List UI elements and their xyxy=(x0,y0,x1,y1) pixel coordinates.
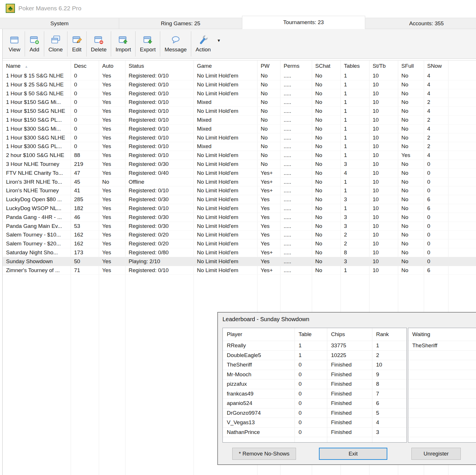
cell: 162 xyxy=(71,239,99,248)
column-header-schat[interactable]: SChat xyxy=(312,61,340,71)
tournament-row[interactable]: 1 Hour $300 S&G Mi...0YesRegistered: 0/1… xyxy=(3,125,476,133)
cell: Yes xyxy=(99,142,125,151)
cell: No xyxy=(312,230,340,239)
lb-column-header-player[interactable]: Player xyxy=(223,328,295,341)
leaderboard-row[interactable]: RReally1337751 xyxy=(223,341,407,351)
column-header-desc[interactable]: Desc xyxy=(71,61,99,71)
column-header-game[interactable]: Game xyxy=(194,61,257,71)
cell: No xyxy=(398,266,424,275)
tournament-row[interactable]: Panda Gang Main Ev...53YesRegistered: 0/… xyxy=(3,222,476,231)
cell: 0 xyxy=(295,389,327,399)
cell: ..... xyxy=(280,98,312,107)
cell: Registered: 0/10 xyxy=(125,186,194,195)
column-header-snow[interactable]: SNow xyxy=(424,61,448,71)
cell: 0 xyxy=(71,116,99,125)
tournament-row[interactable]: LuckyDog Open $80 ...285YesRegistered: 0… xyxy=(3,195,476,204)
tournament-row[interactable]: 3 Hour NLHE Tourney219YesRegistered: 0/3… xyxy=(3,160,476,169)
tournament-row[interactable]: 1 Hour $ 50 S&G NLHE0YesRegistered: 0/10… xyxy=(3,89,476,98)
leaderboard-row[interactable]: Mr-Mooch0Finished9 xyxy=(223,370,407,380)
column-header-st-tb[interactable]: St/Tb xyxy=(369,61,398,71)
edit-button[interactable]: Edit xyxy=(67,31,86,57)
tournament-row[interactable]: Zimner's Tourney of ...71YesRegistered: … xyxy=(3,266,476,275)
leaderboard-row[interactable]: frankcas490Finished7 xyxy=(223,389,407,399)
clone-button[interactable]: Clone xyxy=(44,31,67,57)
import-icon xyxy=(118,35,128,45)
lb-column-header-rank[interactable]: Rank xyxy=(372,328,407,341)
remove-no-shows-button[interactable]: * Remove No-Shows xyxy=(232,448,296,460)
tournament-row[interactable]: 1 Hour $150 S&G Mi...0YesRegistered: 0/1… xyxy=(3,98,476,107)
view-label: View xyxy=(9,46,20,53)
cell: Sunday Showdown xyxy=(3,257,71,266)
waiting-row-empty xyxy=(408,360,476,370)
tournament-row[interactable]: 2 hour $100 S&G NLHE88YesRegistered: 0/1… xyxy=(3,151,476,160)
message-button[interactable]: Message xyxy=(160,31,191,57)
tournament-row[interactable]: Sunday Showdown50YesPlaying: 2/10No Limi… xyxy=(3,257,476,266)
cell: Yes xyxy=(99,257,125,266)
cell: Finished xyxy=(327,428,372,437)
view-button[interactable]: View xyxy=(4,31,25,57)
leaderboard-row[interactable]: V_Vegas130Finished4 xyxy=(223,418,407,428)
tournament-row[interactable]: Liron's NLHE Tourney41YesRegistered: 0/1… xyxy=(3,186,476,195)
cell: ..... xyxy=(280,222,312,231)
tab-ring-games-25[interactable]: Ring Games: 25 xyxy=(119,18,242,29)
message-label: Message xyxy=(165,46,187,53)
leaderboard-row[interactable]: pizzafux0Finished8 xyxy=(223,379,407,389)
lb-column-header-chips[interactable]: Chips xyxy=(327,328,372,341)
cell: Yes+ xyxy=(257,248,280,257)
cell: 1 Hour $300 S&G Mi... xyxy=(3,125,71,133)
column-header-pw[interactable]: PW xyxy=(257,61,280,71)
column-header-perms[interactable]: Perms xyxy=(280,61,312,71)
tournament-row[interactable]: LuckyDog WSOP NL...182YesRegistered: 0/1… xyxy=(3,204,476,213)
cell: Salem Tourney - $10... xyxy=(3,230,71,239)
tournament-row[interactable]: 1 Hour $ 15 S&G NLHE0YesRegistered: 0/10… xyxy=(3,71,476,80)
waiting-row[interactable]: TheSheriff xyxy=(408,341,476,351)
unregister-button[interactable]: Unregister xyxy=(411,448,461,460)
exit-button[interactable]: Exit xyxy=(319,448,387,460)
tournament-row[interactable]: Liron's 3HR NLHE To...45NoOfflineNo Limi… xyxy=(3,178,476,187)
cell: 2 xyxy=(372,351,407,360)
leaderboard-row[interactable]: DrGonzo99740Finished5 xyxy=(223,408,407,418)
column-header-tables[interactable]: Tables xyxy=(340,61,369,71)
cell: 1 xyxy=(340,98,369,107)
cell: 1 xyxy=(295,351,327,360)
tab-accounts-355[interactable]: Accounts: 355 xyxy=(365,18,476,29)
cell: Yes xyxy=(99,204,125,213)
cell: Yes xyxy=(99,125,125,133)
export-button[interactable]: Export xyxy=(136,31,160,57)
tournament-row[interactable]: Panda Gang - 4HR - ...46YesRegistered: 0… xyxy=(3,213,476,222)
tournament-row[interactable]: 1 Hour $ 25 S&G NLHE0YesRegistered: 0/10… xyxy=(3,80,476,89)
action-button[interactable]: Action xyxy=(191,31,215,57)
column-header-name[interactable]: Name xyxy=(3,61,71,71)
column-header-auto[interactable]: Auto xyxy=(99,61,125,71)
lb-column-header-table[interactable]: Table xyxy=(295,328,327,341)
action-dropdown-caret-icon[interactable]: ▼ xyxy=(217,38,221,43)
cell: 0 xyxy=(71,89,99,98)
tournament-row[interactable]: 1 Hour $150 S&G PL...0YesRegistered: 0/1… xyxy=(3,116,476,125)
tab-system[interactable]: System xyxy=(0,18,119,29)
tournament-row[interactable]: 1 Hour $150 S&G NLHE0YesRegistered: 0/10… xyxy=(3,107,476,116)
cell: 1 xyxy=(340,142,369,151)
tournament-row[interactable]: Saturday Night Sho...173YesRegistered: 0… xyxy=(3,248,476,257)
toolbar: View Add Clone xyxy=(3,29,476,59)
cell: Yes xyxy=(99,107,125,116)
tournament-row[interactable]: 1 Hour $300 S&G PL...0YesRegistered: 0/1… xyxy=(3,142,476,151)
cell: Zimner's Tourney of ... xyxy=(3,266,71,275)
tournament-row[interactable]: Salem Tourney - $10...162YesRegistered: … xyxy=(3,230,476,239)
tournament-row[interactable]: 1 Hour $300 S&G NLHE0YesRegistered: 0/10… xyxy=(3,133,476,142)
cell: apanio524 xyxy=(223,399,295,408)
leaderboard-row[interactable]: NathanPrince0Finished3 xyxy=(223,428,407,437)
column-header-status[interactable]: Status xyxy=(125,61,194,71)
tournament-row[interactable]: FTV NLHE Charity To...47YesRegistered: 0… xyxy=(3,169,476,178)
cell: No Limit Hold'em xyxy=(194,186,257,195)
leaderboard-row[interactable]: apanio5240Finished6 xyxy=(223,399,407,408)
cell: No Limit Hold'em xyxy=(194,248,257,257)
column-header-sfull[interactable]: SFull xyxy=(398,61,424,71)
tournament-row[interactable]: Salem Tourney - $20...162YesRegistered: … xyxy=(3,239,476,248)
add-button[interactable]: Add xyxy=(25,31,44,57)
import-button[interactable]: Import xyxy=(111,31,135,57)
cell: No Limit Hold'em xyxy=(194,133,257,142)
tab-tournaments-23[interactable]: Tournaments: 23 xyxy=(242,16,365,29)
delete-button[interactable]: Delete xyxy=(87,31,111,57)
leaderboard-row[interactable]: TheSheriff0Finished10 xyxy=(223,360,407,370)
leaderboard-row[interactable]: DoubleEagle51102252 xyxy=(223,351,407,360)
